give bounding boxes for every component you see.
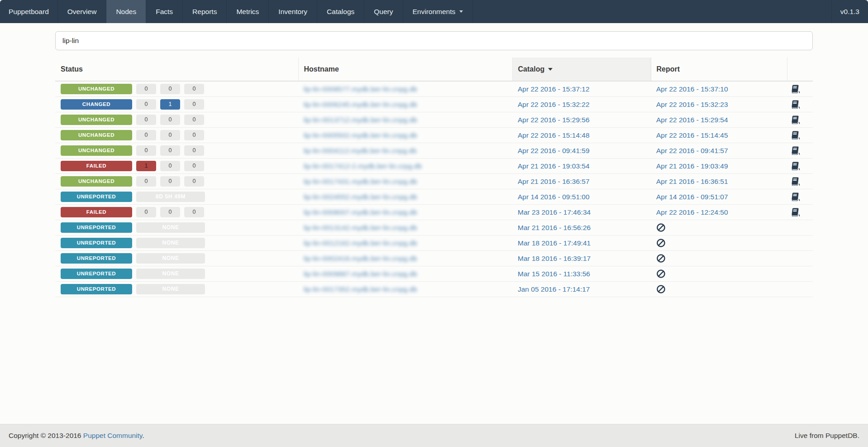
report-book-icon[interactable]	[791, 207, 800, 217]
report-book-icon[interactable]	[791, 192, 800, 202]
counter-pill: 0	[184, 84, 204, 94]
counter-pill: 0	[136, 99, 156, 110]
hostname-link[interactable]: lip-lin-0008577.mydb.ber-lin.cnpg.db	[304, 85, 417, 93]
nav-item-facts[interactable]: Facts	[146, 0, 183, 23]
nav-item-overview[interactable]: Overview	[58, 0, 107, 23]
node-row: UNREPORTEDNONE lip-lin-0013142.mydb.ber-…	[55, 220, 813, 236]
counter-pill: 0	[136, 207, 156, 217]
counter-pill: NONE	[136, 284, 205, 294]
status-counters: NONE	[132, 285, 205, 293]
hostname-link[interactable]: lip-lin-0013712.mydb.ber-lin.cnpg.db	[304, 116, 417, 124]
report-link[interactable]: Apr 22 2016 - 15:29:54	[656, 116, 728, 124]
hostname-link[interactable]: lip-lin-0017412-2.mydb.ber-lin.crpg.db	[304, 162, 422, 170]
puppet-community-link[interactable]: Puppet Community	[83, 432, 143, 439]
catalog-link[interactable]: Apr 22 2016 - 15:37:12	[518, 85, 590, 93]
node-row: UNREPORTED8D 5H 49M lip-lin-0024552.mydb…	[55, 189, 813, 205]
report-book-icon[interactable]	[791, 100, 800, 109]
status-badge: UNREPORTED	[61, 238, 132, 248]
status-badge: UNREPORTED	[61, 192, 132, 202]
hostname-link[interactable]: lip-lin-0006245.mydb.ber-lin.cnpg.db	[304, 101, 417, 108]
footer-copyright: Copyright © 2013-2016 Puppet Community.	[9, 432, 144, 440]
column-header-catalog[interactable]: Catalog	[512, 58, 651, 81]
counter-pill: NONE	[136, 222, 205, 233]
hostname-link[interactable]: lip-lin-0004112.mydb.ber-lin.cnpg.db	[304, 147, 417, 154]
status-counters: 8D 5H 49M	[132, 192, 205, 200]
sort-desc-icon	[548, 68, 553, 71]
report-link[interactable]: Apr 22 2016 - 15:32:23	[656, 101, 728, 108]
status-badge: UNCHANGED	[61, 84, 132, 94]
catalog-link[interactable]: Mar 18 2016 - 16:39:17	[518, 255, 591, 262]
counter-pill: 0	[160, 130, 180, 140]
hostname-link[interactable]: lip-lin-0008007.mydb.ber-lin.cnpg.db	[304, 208, 417, 216]
catalog-link[interactable]: Mar 15 2016 - 11:33:56	[518, 270, 590, 278]
counter-pill: 0	[160, 145, 180, 156]
nav-item-inventory[interactable]: Inventory	[269, 0, 317, 23]
report-book-icon[interactable]	[791, 177, 800, 186]
hostname-link[interactable]: lip-lin-0017431.mydb.ber-lin.cnpg.db	[304, 178, 417, 185]
catalog-link[interactable]: Apr 21 2016 - 19:03:54	[518, 162, 590, 170]
status-badge: UNREPORTED	[61, 284, 132, 294]
hostname-link[interactable]: lip-lin-0024552.mydb.ber-lin.cnpg.db	[304, 193, 417, 201]
catalog-link[interactable]: Mar 23 2016 - 17:46:34	[518, 208, 591, 216]
column-header-report[interactable]: Report	[651, 58, 787, 81]
report-book-icon[interactable]	[791, 161, 800, 171]
report-book-icon[interactable]	[791, 84, 800, 94]
status-badge: UNREPORTED	[61, 253, 132, 264]
catalog-link[interactable]: Apr 21 2016 - 16:36:57	[518, 178, 590, 185]
nav-item-label: Facts	[156, 8, 173, 16]
no-report-icon	[656, 254, 666, 263]
node-row: FAILED100 lip-lin-0017412-2.mydb.ber-lin…	[55, 159, 813, 174]
column-header-hostname[interactable]: Hostname	[298, 58, 512, 81]
report-link[interactable]: Apr 22 2016 - 15:14:45	[656, 131, 728, 139]
hostname-link[interactable]: lip-lin-0012162.mydb.ber-lin.cnpg.db	[304, 239, 417, 247]
status-badge: CHANGED	[61, 99, 132, 110]
nav-item-nodes[interactable]: Nodes	[106, 0, 146, 23]
report-book-icon[interactable]	[791, 130, 800, 140]
column-header-status[interactable]: Status	[55, 58, 298, 81]
catalog-link[interactable]: Mar 18 2016 - 17:49:41	[518, 239, 591, 247]
counter-pill: NONE	[136, 253, 205, 264]
hostname-link[interactable]: lip-lin-0013142.mydb.ber-lin.cnpg.db	[304, 224, 417, 231]
hostname-link[interactable]: lip-lin-0002416.mydb.ber-lin.cnpg.db	[304, 255, 417, 262]
counter-pill: 1	[160, 99, 180, 110]
report-link[interactable]: Apr 14 2016 - 09:51:07	[656, 193, 728, 201]
catalog-link[interactable]: Apr 14 2016 - 09:51:00	[518, 193, 590, 201]
nav-item-reports[interactable]: Reports	[183, 0, 227, 23]
hostname-link[interactable]: lip-lin-0017352.mydb.ber-lin.cnpg.db	[304, 285, 417, 293]
nav-item-label: Query	[374, 8, 393, 16]
node-row: UNREPORTEDNONE lip-lin-0017352.mydb.ber-…	[55, 282, 813, 297]
report-book-icon[interactable]	[791, 115, 800, 125]
catalog-link[interactable]: Apr 22 2016 - 15:29:56	[518, 116, 590, 124]
report-link[interactable]: Apr 21 2016 - 19:03:49	[656, 162, 728, 170]
counter-pill: 0	[184, 115, 204, 125]
report-book-icon[interactable]	[791, 146, 800, 155]
main-content: Status Hostname Catalog Report UNCHANGED…	[0, 23, 868, 297]
hostname-link[interactable]: lip-lin-0009887.mydb.ber-lin.cnpg.db	[304, 270, 417, 278]
counter-pill: 0	[136, 176, 156, 187]
status-badge: UNCHANGED	[61, 130, 132, 140]
report-link[interactable]: Apr 22 2016 - 15:37:10	[656, 85, 728, 93]
report-link[interactable]: Apr 21 2016 - 16:36:51	[656, 178, 728, 185]
catalog-link[interactable]: Mar 21 2016 - 16:56:26	[518, 224, 591, 231]
counter-pill: 0	[184, 207, 204, 217]
chevron-down-icon	[459, 10, 463, 13]
hostname-link[interactable]: lip-lin-0005502.mydb.ber-lin.cnpg.db	[304, 131, 417, 139]
no-report-icon	[656, 223, 666, 232]
catalog-link[interactable]: Apr 22 2016 - 15:14:48	[518, 131, 590, 139]
report-link[interactable]: Apr 22 2016 - 12:24:50	[656, 208, 728, 216]
catalog-link[interactable]: Jan 05 2016 - 17:14:17	[518, 285, 590, 293]
nav-item-environments[interactable]: Environments	[403, 0, 473, 23]
node-search-input[interactable]	[55, 31, 813, 50]
catalog-link[interactable]: Apr 22 2016 - 09:41:59	[518, 147, 590, 154]
report-link[interactable]: Apr 22 2016 - 09:41:57	[656, 147, 728, 154]
nav-item-catalogs[interactable]: Catalogs	[317, 0, 364, 23]
catalog-link[interactable]: Apr 22 2016 - 15:32:22	[518, 101, 590, 108]
counter-pill: 0	[184, 99, 204, 110]
navbar-brand[interactable]: Puppetboard	[0, 0, 58, 23]
version-label: v0.1.3	[831, 0, 868, 23]
status-counters: 100	[132, 162, 204, 169]
node-row: UNCHANGED000 lip-lin-0017431.mydb.ber-li…	[55, 174, 813, 189]
nodes-table: Status Hostname Catalog Report UNCHANGED…	[55, 58, 813, 297]
nav-item-query[interactable]: Query	[364, 0, 403, 23]
nav-item-metrics[interactable]: Metrics	[227, 0, 269, 23]
